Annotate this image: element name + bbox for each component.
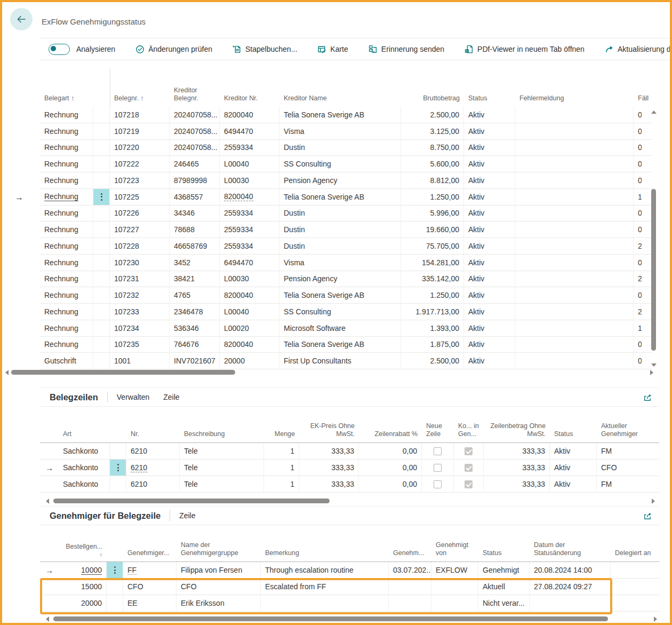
document-row[interactable]: Rechnung1072357646768200040Telia Sonera …: [40, 337, 652, 353]
cell-kreditor-nr[interactable]: L00020: [220, 320, 279, 336]
column-header[interactable]: Art: [59, 407, 110, 442]
cell-kreditor-belegnr[interactable]: 87989998: [170, 172, 220, 188]
cell-kreditor-nr[interactable]: 8200040: [220, 337, 279, 353]
cell-fehlermeldung[interactable]: [515, 156, 634, 172]
cell-bestellgenehmigung[interactable]: 15000: [59, 579, 107, 595]
neue-zeile-checkbox[interactable]: [434, 447, 442, 455]
cell-belegnr[interactable]: 107220: [110, 140, 170, 156]
cell-faelligkeitsdatum[interactable]: 0: [634, 140, 652, 156]
cell-bruttobetrag[interactable]: 75.705,00: [401, 238, 464, 254]
cell-kreditor-name[interactable]: Visma: [279, 123, 401, 139]
cell-belegart[interactable]: Rechnung: [40, 337, 93, 353]
cell-fehlermeldung[interactable]: [515, 172, 634, 188]
cell-kreditor-belegnr[interactable]: 4765: [170, 287, 220, 303]
cell-genehmigt-von[interactable]: [431, 595, 478, 611]
cell-kreditor-nr[interactable]: L00030: [220, 172, 279, 188]
cell-faelligkeitsdatum[interactable]: 0: [634, 287, 652, 303]
document-row[interactable]: Rechnung107226343462559334Dustin5.996,00…: [40, 205, 652, 222]
cell-faelligkeitsdatum[interactable]: 2: [634, 304, 652, 320]
document-row[interactable]: Rechnung107234536346L00020Microsoft Soft…: [40, 320, 652, 337]
column-header[interactable]: Neue Zeile: [422, 407, 454, 442]
cell-genehmiger-code[interactable]: CFO: [123, 579, 177, 595]
cell-kreditor-nr[interactable]: 6494470: [220, 255, 279, 271]
document-row[interactable]: Rechnung107220202407058...2559334Dustin8…: [40, 140, 652, 156]
neue-zeile-checkbox[interactable]: [434, 464, 442, 472]
belegzeilen-menu-verwalten[interactable]: Verwalten: [117, 393, 149, 401]
cell-beschreibung[interactable]: Tele: [180, 443, 264, 459]
back-button[interactable]: [10, 8, 33, 30]
cell-nr[interactable]: 6210: [126, 476, 180, 492]
row-menu-button[interactable]: [110, 460, 126, 476]
column-header[interactable]: Zeilenbetrag Ohne MwSt.: [484, 407, 550, 442]
cell-delegiert-an[interactable]: [611, 562, 659, 578]
column-header[interactable]: Bruttobetrag: [401, 68, 464, 107]
cell-nr[interactable]: 6210: [126, 443, 180, 459]
cell-menge[interactable]: 1: [264, 443, 299, 459]
cell-belegart[interactable]: Rechnung: [40, 123, 93, 139]
batch-post-button[interactable]: Stapelbuchen...: [233, 45, 297, 54]
column-header[interactable]: Delegiert an: [611, 525, 659, 561]
cell-genehmigergruppe-name[interactable]: CFO: [177, 579, 261, 595]
column-header[interactable]: Genehmigt von: [431, 525, 478, 561]
cell-belegart[interactable]: Rechnung: [40, 271, 93, 287]
cell-belegnr[interactable]: 107219: [110, 123, 170, 139]
cell-kreditor-name[interactable]: Visma: [279, 255, 401, 271]
cell-bemerkung[interactable]: [261, 595, 389, 611]
cell-art[interactable]: Sachkonto: [59, 476, 110, 492]
column-header[interactable]: Ko... in Gen...: [454, 407, 484, 442]
cell-art[interactable]: Sachkonto: [59, 460, 110, 476]
cell-aktueller-genehmiger[interactable]: FM: [597, 476, 659, 492]
cell-bruttobetrag[interactable]: 1.250,00: [401, 287, 464, 303]
cell-kreditor-belegnr[interactable]: 38421: [170, 271, 220, 287]
cell-delegiert-an[interactable]: [611, 579, 659, 595]
cell-genehmigergruppe-name[interactable]: Erik Eriksson: [177, 595, 261, 611]
cell-belegart[interactable]: Rechnung: [40, 287, 93, 303]
scroll-right-arrow[interactable]: [652, 499, 655, 504]
cell-status[interactable]: Aktiv: [464, 123, 515, 139]
cell-belegnr[interactable]: 107226: [110, 205, 170, 221]
cell-fehlermeldung[interactable]: [515, 140, 634, 156]
cell-bruttobetrag[interactable]: 1.250,00: [401, 189, 464, 205]
pdf-viewer-button[interactable]: PDf-Viewer in neuem Tab öffnen: [465, 45, 585, 54]
cell-faelligkeitsdatum[interactable]: 2: [634, 271, 652, 287]
scroll-left-arrow[interactable]: [5, 370, 9, 375]
cell-status[interactable]: Aktiv: [464, 287, 515, 303]
cell-genehmigt-von[interactable]: EXFLOW: [431, 562, 478, 578]
cell-kreditor-nr[interactable]: L00030: [220, 271, 279, 287]
cell-kreditor-nr[interactable]: 2559334: [220, 238, 279, 254]
cell-ek-preis[interactable]: 333,33: [299, 460, 359, 476]
cell-delegiert-an[interactable]: [611, 595, 659, 611]
cell-kreditor-name[interactable]: Dustin: [279, 221, 401, 238]
cell-belegnr[interactable]: 107231: [110, 271, 170, 287]
cell-kreditor-belegnr[interactable]: INV7021607: [170, 353, 220, 369]
document-row[interactable]: Rechnung107228466587692559334Dustin75.70…: [40, 238, 652, 255]
cell-faelligkeitsdatum[interactable]: 0: [634, 172, 652, 188]
cell-kreditor-belegnr[interactable]: 202407058...: [170, 123, 220, 139]
cell-belegnr[interactable]: 107223: [110, 172, 170, 188]
cell-fehlermeldung[interactable]: [515, 337, 634, 353]
cell-belegart[interactable]: Rechnung: [40, 156, 93, 172]
cell-faelligkeitsdatum[interactable]: 1: [634, 189, 652, 205]
cell-belegart[interactable]: Rechnung: [40, 320, 93, 336]
cell-kreditor-name[interactable]: Dustin: [279, 238, 401, 254]
cell-kreditor-name[interactable]: SS Consulting: [279, 156, 401, 172]
column-header[interactable]: Fehlermeldung: [515, 68, 634, 107]
horizontal-scroll-thumb[interactable]: [53, 616, 608, 621]
column-header[interactable]: Belegnr. ↑: [110, 68, 170, 107]
cell-belegnr[interactable]: 107234: [110, 320, 170, 336]
cell-faelligkeitsdatum[interactable]: 0: [634, 337, 652, 353]
cell-belegnr[interactable]: 107218: [110, 107, 170, 123]
cell-kreditor-belegnr[interactable]: 202407058...: [170, 107, 220, 123]
cell-fehlermeldung[interactable]: [515, 221, 634, 238]
scroll-left-arrow[interactable]: [46, 616, 49, 622]
cell-belegnr[interactable]: 107235: [110, 337, 170, 353]
cell-kreditor-name[interactable]: Microsoft Software: [279, 320, 401, 336]
cell-status[interactable]: Aktuell: [478, 579, 530, 595]
column-header[interactable]: Kreditor Name: [279, 68, 401, 107]
cell-status[interactable]: Nicht verar...: [478, 595, 530, 611]
cell-fehlermeldung[interactable]: [515, 238, 634, 254]
cell-genehmigt-am[interactable]: 03.07.202...: [389, 562, 431, 578]
cell-aktueller-genehmiger[interactable]: CFO: [597, 460, 659, 476]
cell-fehlermeldung[interactable]: [515, 271, 634, 287]
document-row[interactable]: Rechnung10723247658200040Telia Sonera Sv…: [40, 287, 652, 304]
